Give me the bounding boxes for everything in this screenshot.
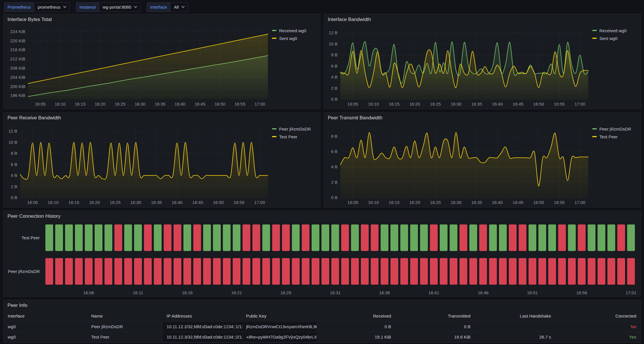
status-bar[interactable] — [351, 225, 359, 251]
status-bar[interactable] — [509, 225, 517, 251]
status-bar[interactable] — [85, 225, 92, 251]
status-bar[interactable] — [312, 225, 319, 251]
status-bar[interactable] — [124, 258, 132, 284]
interface-bytes-total-chart[interactable]: 16:0516:1016:1516:2016:2516:3016:3516:40… — [5, 25, 270, 108]
status-bar[interactable] — [588, 258, 595, 284]
status-bar[interactable] — [608, 258, 615, 284]
status-bar[interactable] — [627, 258, 635, 284]
status-bar[interactable] — [154, 225, 161, 251]
status-bar[interactable] — [499, 225, 507, 251]
status-bar[interactable] — [371, 225, 378, 251]
status-bar[interactable] — [302, 225, 309, 251]
status-bar[interactable] — [134, 258, 142, 284]
status-bar[interactable] — [272, 258, 280, 284]
column-header-last-handshake[interactable]: Last Handshake — [474, 311, 555, 321]
status-bar[interactable] — [223, 258, 230, 284]
status-bar[interactable] — [282, 258, 290, 284]
status-bar[interactable] — [184, 225, 191, 251]
status-bar[interactable] — [253, 258, 260, 284]
status-bar[interactable] — [410, 225, 418, 251]
status-bar[interactable] — [253, 225, 260, 251]
status-bar[interactable] — [568, 258, 576, 284]
status-bar[interactable] — [75, 225, 83, 251]
status-bar[interactable] — [470, 225, 477, 251]
panel-title[interactable]: Peer Receive Bandwidth — [3, 112, 320, 123]
status-bar[interactable] — [75, 258, 83, 284]
status-bar[interactable] — [519, 258, 526, 284]
status-bar[interactable] — [489, 225, 497, 251]
status-bar[interactable] — [213, 225, 221, 251]
status-bar[interactable] — [539, 225, 546, 251]
status-bar[interactable] — [568, 225, 576, 251]
status-bar[interactable] — [213, 258, 221, 284]
status-bar[interactable] — [193, 258, 201, 284]
status-bar[interactable] — [450, 258, 457, 284]
peer-connection-history-chart[interactable]: Test PeerPeer jRzmDsDR16:0616:1116:1616:… — [3, 222, 639, 297]
status-bar[interactable] — [184, 258, 191, 284]
status-bar[interactable] — [164, 225, 172, 251]
status-bar[interactable] — [105, 225, 112, 251]
status-bar[interactable] — [479, 258, 487, 284]
status-bar[interactable] — [381, 258, 388, 284]
status-bar[interactable] — [56, 258, 63, 284]
column-header-name[interactable]: Name — [87, 311, 163, 321]
legend-item[interactable]: Received wg0 — [272, 27, 317, 34]
legend-item[interactable]: Received wg0 — [592, 27, 637, 34]
status-bar[interactable] — [519, 225, 526, 251]
status-bar[interactable] — [558, 258, 566, 284]
status-bar[interactable] — [391, 225, 398, 251]
status-bar[interactable] — [292, 258, 300, 284]
status-bar[interactable] — [391, 258, 398, 284]
status-bar[interactable] — [223, 225, 230, 251]
status-bar[interactable] — [499, 258, 507, 284]
status-bar[interactable] — [203, 258, 211, 284]
panel-title[interactable]: Interface Bytes Total — [3, 14, 320, 25]
status-bar[interactable] — [420, 225, 428, 251]
status-bar[interactable] — [450, 225, 457, 251]
status-bar[interactable] — [548, 258, 556, 284]
status-bar[interactable] — [45, 258, 53, 284]
status-bar[interactable] — [302, 258, 309, 284]
status-bar[interactable] — [144, 258, 152, 284]
status-bar[interactable] — [420, 258, 428, 284]
status-bar[interactable] — [578, 258, 586, 284]
status-bar[interactable] — [381, 225, 388, 251]
variable-select-instance[interactable]: wg-portal:8080 — [99, 2, 140, 12]
status-bar[interactable] — [618, 258, 625, 284]
status-bar[interactable] — [95, 258, 102, 284]
status-bar[interactable] — [164, 258, 172, 284]
status-bar[interactable] — [460, 225, 467, 251]
column-header-received[interactable]: Received — [317, 311, 395, 321]
status-bar[interactable] — [115, 225, 122, 251]
status-bar[interactable] — [578, 225, 586, 251]
peer-receive-bandwidth-chart[interactable]: 16:0516:1016:1516:2016:2516:3016:3516:40… — [5, 123, 270, 206]
status-bar[interactable] — [470, 258, 477, 284]
status-bar[interactable] — [598, 225, 605, 251]
status-bar[interactable] — [322, 225, 329, 251]
status-bar[interactable] — [262, 258, 270, 284]
column-header-ip-addresses[interactable]: IP Addresses — [163, 311, 242, 321]
panel-title[interactable]: Peer Info — [3, 300, 641, 311]
status-bar[interactable] — [292, 225, 300, 251]
status-bar[interactable] — [401, 258, 408, 284]
status-bar[interactable] — [174, 258, 181, 284]
status-bar[interactable] — [262, 225, 270, 251]
status-bar[interactable] — [322, 258, 329, 284]
status-bar[interactable] — [134, 225, 142, 251]
column-header-connected[interactable]: Connected — [555, 311, 640, 321]
status-bar[interactable] — [440, 258, 447, 284]
status-bar[interactable] — [351, 258, 359, 284]
status-bar[interactable] — [598, 258, 605, 284]
status-bar[interactable] — [430, 258, 438, 284]
status-bar[interactable] — [529, 258, 536, 284]
status-bar[interactable] — [479, 225, 487, 251]
status-bar[interactable] — [558, 225, 566, 251]
status-bar[interactable] — [440, 225, 447, 251]
panel-title[interactable]: Interface Bandwidth — [324, 14, 641, 25]
column-header-interface[interactable]: Interface — [4, 311, 87, 321]
status-bar[interactable] — [410, 258, 418, 284]
column-header-transmitted[interactable]: Transmitted — [395, 311, 474, 321]
status-bar[interactable] — [203, 225, 211, 251]
column-header-public-key[interactable]: Public Key — [242, 311, 317, 321]
status-bar[interactable] — [144, 225, 152, 251]
